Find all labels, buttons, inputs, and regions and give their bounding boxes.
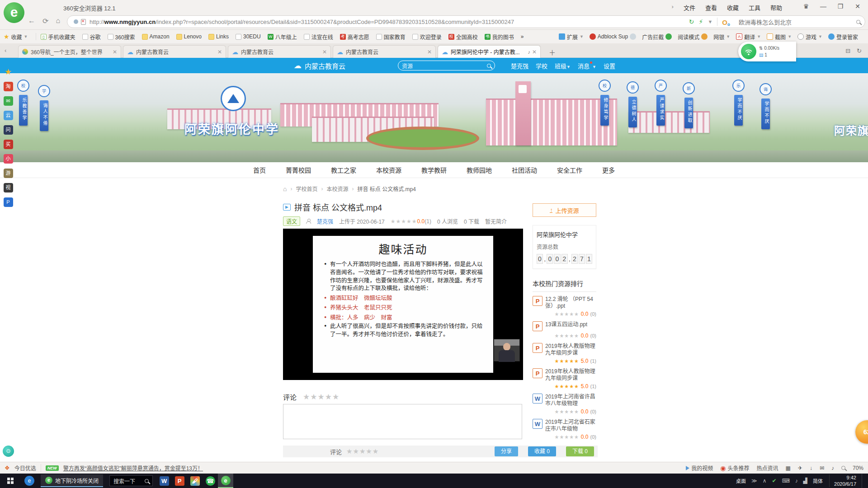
hot-resource-item[interactable]: P12.2 滑轮 （PPT 54张）.ppt ★★★★★0.0(0) [533,296,596,317]
taskbar-word-icon[interactable]: W [156,474,172,488]
network-speed-widget[interactable]: ⇅ 0.00K/s ▤ 1 [738,42,796,61]
network-icon[interactable]: ▟ [803,478,807,484]
settings-link[interactable]: 设置 [604,61,615,70]
refresh-button[interactable]: ⟳ [42,17,48,25]
shortcut-icon[interactable]: 问 [4,125,13,135]
search-icon[interactable] [487,64,491,68]
toutiao-button[interactable]: ◉头条推荐 [720,464,749,472]
share-button[interactable]: 分享 [495,446,518,456]
send-icon[interactable]: ✈ [798,465,802,471]
my-videos-button[interactable]: 我的视频 [686,464,713,472]
maximize-button[interactable]: ❐ [833,1,848,12]
site-search-scope[interactable]: 资源 [402,62,487,70]
login-manager-button[interactable]: 登录管家 [828,33,858,41]
user-name-link[interactable]: 楚克强 [511,61,528,70]
bookmarks-overflow[interactable]: » [521,33,524,40]
taskbar-search-box[interactable]: 搜索一下 [109,475,153,486]
speed-mode-icon[interactable]: ⚡ [699,18,703,25]
security-shield-icon[interactable]: ✔ [772,478,776,484]
nav-more[interactable]: 更多 [602,165,615,174]
url-text[interactable]: http://www.nmgjyyun.cn/index.php?r=space… [90,19,514,25]
menu-file[interactable]: 文件 [684,3,695,12]
shortcut-icon[interactable]: 视 [4,183,13,192]
comment-rating-stars[interactable]: ★★★★★ [303,392,340,402]
news-headline-link[interactable]: 警方再发“高颜值女逃犯”解丽萍悬赏通告，赏金提至13万！ [63,464,203,472]
desktop-toolbar-label[interactable]: 桌面 [736,477,746,484]
comment-input[interactable] [283,404,522,439]
taskbar-phone-app-icon[interactable]: ☎ [203,474,218,488]
bookmark-item[interactable]: 国家教育 [376,33,406,41]
home-icon[interactable]: ⌂ [283,185,287,192]
bookmark-item[interactable]: 欢迎登录 [412,33,442,41]
breadcrumb-school-home[interactable]: 学校首页 [296,185,317,192]
bookmark-item[interactable]: 校全国高校 [448,33,478,41]
ad-filter-button[interactable]: 广告拦截 [642,33,672,41]
breadcrumb-resources[interactable]: 本校资源 [326,185,348,192]
class-link[interactable]: 班级▼ [555,61,571,70]
zoom-level[interactable]: 70% [853,465,863,471]
tab-audio-icon[interactable]: ♪ [528,49,530,55]
hot-resource-item[interactable]: P2019年秋人教版物理九年级同步课 ★★★★★5.0(1) [533,343,596,364]
new-tab-button[interactable]: ＋ [549,47,556,57]
messages-link[interactable]: 消息▼ [578,61,596,70]
today-picks-label[interactable]: 今日优选 [14,464,36,472]
nav-staff[interactable]: 教工之家 [331,165,356,174]
menu-tools[interactable]: 工具 [749,3,760,12]
feedback-icon[interactable]: ✉ [820,465,824,471]
zoom-search-icon[interactable] [841,466,845,470]
mute-icon[interactable]: ♪ [831,465,834,471]
tab-close-icon[interactable]: ✕ [427,49,432,55]
favorites-menu[interactable]: ★收藏▼ [4,33,28,41]
taskbar-powerpoint-icon[interactable]: P [172,474,187,488]
shortcut-icon[interactable]: 淘 [4,82,13,91]
taskbar-360-browser-active-icon[interactable]: e [218,474,233,488]
tab-edu-cloud-3[interactable]: ☁ 内蒙古教育云 ✕ [333,45,436,58]
reading-mode-button[interactable]: 阅读模式 [678,33,708,41]
url-dropdown-icon[interactable]: ▼ [708,19,712,24]
close-button[interactable]: ✕ [850,1,865,12]
search-icon[interactable] [856,20,860,24]
hot-resource-item[interactable]: P2019年秋人教版物理九年级同步课 ★★★★★5.0(1) [533,368,596,389]
tab-edu-cloud-1[interactable]: ☁ 内蒙古教育云 ✕ [123,45,226,58]
bookmark-folder[interactable]: Lenovo [176,33,202,40]
screenshot-button[interactable]: 截图▼ [767,33,792,41]
site-search-box[interactable]: 资源 [398,61,495,70]
bookmark-folder[interactable]: Amazon [142,33,170,40]
show-desktop-button[interactable] [862,474,864,488]
bookmark-item[interactable]: 考高考志愿 [340,33,369,41]
rating-stars[interactable]: ★★★★★ [391,218,417,225]
bookmark-item[interactable]: W八年级上 [268,33,297,41]
usb-icon[interactable]: ⌨ [782,478,790,484]
menu-favorites[interactable]: 收藏 [727,3,739,12]
minimize-button[interactable]: — [816,1,831,12]
nav-teachers[interactable]: 教师园地 [467,165,492,174]
toolbar-expand-icon[interactable]: ≫ [751,478,757,484]
assistant-button[interactable]: ⊙ [3,446,14,457]
tab-scroll-left-icon[interactable]: ‹ [5,47,6,54]
tab-active-school[interactable]: ☁ 阿荣旗阿伦中学 - 内蒙古教... ♪ ✕ [438,45,541,58]
hot-resource-item[interactable]: W2019年上河南省许昌市八年级物理 ★★★★★0.0(0) [533,394,596,415]
download-button[interactable]: 下载 0 [566,446,594,456]
tray-expand-icon[interactable]: ∧ [763,478,767,484]
menu-help[interactable]: 帮助 [770,3,782,12]
apps-grid-icon[interactable]: ▦ [786,465,791,471]
tab-close-icon[interactable]: ✕ [113,49,117,55]
site-info-icon[interactable] [74,19,78,24]
insecure-lock-icon[interactable] [81,19,86,25]
nav-research[interactable]: 教学教研 [421,165,447,174]
taskbar-browser-icon[interactable]: e [24,476,34,486]
address-bar[interactable]: http://www.nmgjyyun.cn/index.php?r=space… [67,15,865,28]
favorite-button[interactable]: 收藏 0 [528,446,556,456]
back-button[interactable]: ← [28,17,35,25]
video-player[interactable]: 趣味活动 有一个人开酒坊同时也造醋，而且用下脚料养猪，但是此人以吝啬闻名。一次他… [283,229,523,380]
nav-clubs[interactable]: 社团活动 [512,165,537,174]
mail-icon[interactable]: ✉ [4,96,13,106]
nav-home[interactable]: 首页 [253,165,266,174]
browser-logo-icon[interactable]: e [4,2,24,23]
menu-collapse-icon[interactable]: › [672,3,674,12]
games-button[interactable]: 游戏▼ [797,33,822,41]
bookmark-item[interactable]: 谷歌 [82,33,101,41]
input-language[interactable]: 简体 [813,477,823,484]
shortcut-icon[interactable]: 游 [4,169,13,178]
bookmark-item[interactable]: 法宣在线 [304,33,333,41]
